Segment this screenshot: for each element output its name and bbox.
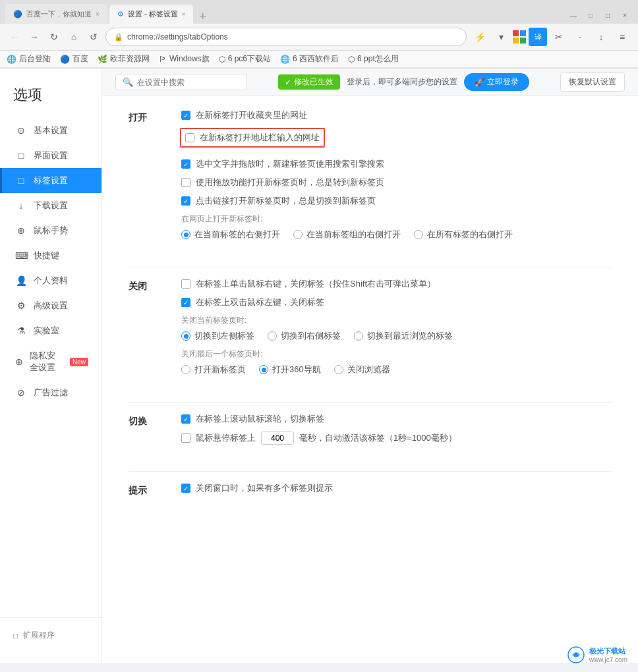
open-opt2-checkbox[interactable] [185, 133, 194, 142]
search-input[interactable] [137, 78, 236, 87]
close-last-radio3[interactable]: 关闭浏览器 [334, 364, 390, 376]
separator: · [571, 28, 589, 46]
bookmark-windows[interactable]: 🏳 Windows旗 [159, 53, 210, 65]
shortcut-label: 快捷键 [34, 250, 59, 262]
expand-programs[interactable]: □ 扩展程序 [13, 625, 88, 646]
bookmark-admin[interactable]: 🌐 后台登陆 [7, 53, 51, 65]
close-last-radio1-btn[interactable] [181, 365, 190, 374]
hint-section-body: ✓ 关闭窗口时，如果有多个标签则提示 [181, 482, 612, 501]
close-last-radio2[interactable]: 打开360导航 [259, 364, 321, 376]
close-last-radio-group: 打开新标签页 打开360导航 关闭浏览器 [181, 364, 612, 376]
dropdown-button[interactable]: ▾ [492, 28, 510, 46]
close-opt1-checkbox[interactable] [181, 279, 190, 289]
new-tab-radio3[interactable]: 在所有标签的右侧打开 [414, 229, 513, 240]
back-button[interactable]: ← [7, 29, 22, 45]
sidebar-item-profile[interactable]: 👤 个人资料 [0, 268, 102, 293]
bookmark-ppt-icon: ⬡ [348, 55, 355, 64]
switch-opt1-checkbox[interactable]: ✓ [181, 414, 190, 424]
tab-baidu-close[interactable]: × [96, 11, 100, 18]
hint-opt1-checkbox[interactable]: ✓ [181, 484, 190, 493]
address-input-field[interactable]: 🔒 chrome://settings/tabOptions [105, 28, 467, 46]
download-button[interactable]: ↓ [592, 28, 610, 46]
close-current-radio2[interactable]: 切换到右侧标签 [268, 330, 341, 342]
new-tab-button[interactable]: + [196, 10, 209, 24]
sidebar-item-interface[interactable]: □ 界面设置 [0, 143, 102, 168]
sidebar-item-mouse[interactable]: ⊕ 鼠标手势 [0, 218, 102, 243]
restore-button[interactable]: □ [583, 9, 598, 21]
logo-url: www.jc7.com [589, 656, 627, 663]
login-button[interactable]: 🚀 立即登录 [464, 73, 529, 91]
restore-defaults-button[interactable]: 恢复默认设置 [560, 72, 625, 92]
bookmark-ppt[interactable]: ⬡ 6 ppt怎么用 [348, 53, 399, 65]
new-tab-radio3-btn[interactable] [414, 230, 423, 239]
open-opt1-label: 在新标签打开收藏夹里的网址 [196, 109, 307, 121]
bookmark-xixi[interactable]: 🌐 6 西西软件后 [280, 53, 339, 65]
close-current-radio3-btn[interactable] [354, 331, 363, 341]
sidebar-item-adfilter[interactable]: ⊘ 广告过滤 [0, 380, 102, 405]
minimize-button[interactable]: — [566, 9, 581, 21]
open-opt5-label: 点击链接打开新标签页时，总是切换到新标签页 [196, 195, 376, 207]
switch-section-title: 切换 [129, 413, 161, 451]
basic-label: 基本设置 [34, 125, 68, 136]
close-last-radio3-btn[interactable] [334, 365, 343, 374]
scissors-button[interactable]: ✂ [550, 28, 568, 46]
search-box[interactable]: 🔍 [115, 74, 247, 90]
address-bar: ← → ↻ ⌂ ↺ 🔒 chrome://settings/tabOptions… [0, 24, 638, 51]
close-last-radio1[interactable]: 打开新标签页 [181, 364, 246, 376]
switch-opt2-checkbox[interactable] [181, 434, 190, 443]
bookmark-pc6[interactable]: ⬡ 6 pc6下载站 [219, 53, 271, 65]
logo-bottom: 极光下载站 www.jc7.com [567, 646, 627, 663]
new-tab-radio1-btn[interactable] [181, 230, 190, 239]
sidebar-item-privacy[interactable]: ⊕ 隐私安全设置 New [0, 343, 102, 380]
tab-label: 标签设置 [34, 175, 68, 186]
sidebar-item-basic[interactable]: ⊙ 基本设置 [0, 118, 102, 143]
menu-button[interactable]: ≡ [613, 28, 631, 46]
bookmark-windows-icon: 🏳 [159, 55, 167, 64]
maximize-button[interactable]: □ [600, 9, 616, 21]
open-opt4-checkbox[interactable] [181, 178, 190, 187]
close-current-radio1-btn[interactable] [181, 331, 190, 341]
app-menu-button[interactable] [513, 30, 526, 43]
new-tab-radio2[interactable]: 在当前标签组的右侧打开 [293, 229, 401, 240]
bookmark-baidu[interactable]: 🔵 百度 [60, 53, 88, 65]
sidebar-item-advanced[interactable]: ⚙ 高级设置 [0, 293, 102, 318]
close-opt1-label: 在标签上单击鼠标右键，关闭标签（按住Shift右击可弹出菜单） [196, 278, 436, 290]
profile-icon: 👤 [15, 275, 27, 286]
back-button2[interactable]: ↺ [86, 29, 102, 45]
settings-content: 打开 ✓ 在新标签打开收藏夹里的网址 在新标签打开地址栏输入的网址 ✓ [102, 96, 638, 534]
tab-settings[interactable]: ⚙ 设置 - 标签设置 × [109, 4, 194, 24]
sidebar-item-download[interactable]: ↓ 下载设置 [0, 193, 102, 218]
tab-baidu[interactable]: 🔵 百度一下，你就知道 × [5, 4, 107, 24]
open-opt1-checkbox[interactable]: ✓ [181, 111, 190, 120]
hover-delay-input[interactable] [261, 432, 294, 445]
translate-button[interactable]: 译 [529, 28, 547, 46]
close-current-radio-group: 切换到左侧标签 切换到右侧标签 切换到最近浏览的标签 [181, 330, 612, 342]
forward-button[interactable]: → [26, 29, 42, 45]
new-tab-radio1[interactable]: 在当前标签的右侧打开 [181, 229, 280, 240]
toolbar-right: ⚡ ▾ 译 ✂ · ↓ ≡ [471, 28, 631, 46]
close-section-title: 关闭 [129, 278, 161, 382]
close-opt2-checkbox[interactable]: ✓ [181, 298, 190, 307]
bookmark-oufei[interactable]: 🌿 欧菲资源网 [98, 53, 150, 65]
sidebar-item-lab[interactable]: ⚗ 实验室 [0, 318, 102, 343]
sidebar-item-tab[interactable]: □ 标签设置 [0, 168, 102, 193]
close-last-radio2-btn[interactable] [259, 365, 268, 374]
home-button[interactable]: ⌂ [66, 29, 82, 45]
sidebar-item-shortcut[interactable]: ⌨ 快捷键 [0, 243, 102, 268]
refresh-button[interactable]: ↻ [46, 29, 62, 45]
close-current-radio1[interactable]: 切换到左侧标签 [181, 330, 254, 342]
close-current-radio3[interactable]: 切换到最近浏览的标签 [354, 330, 453, 342]
lightning-button[interactable]: ⚡ [471, 28, 489, 46]
close-current-radio3-label: 切换到最近浏览的标签 [367, 330, 453, 342]
open-opt5-checkbox[interactable]: ✓ [181, 196, 190, 206]
close-current-label: 关闭当前标签页时: [181, 315, 612, 326]
close-button[interactable]: × [617, 9, 633, 21]
close-current-radio2-btn[interactable] [268, 331, 277, 341]
open-opt2-label: 在新标签打开地址栏输入的网址 [200, 132, 320, 144]
browser-chrome: 🔵 百度一下，你就知道 × ⚙ 设置 - 标签设置 × + — □ □ × ← … [0, 0, 638, 69]
open-opt2-row: 在新标签打开地址栏输入的网址 [180, 128, 325, 148]
logo-icon [567, 646, 585, 663]
new-tab-radio2-btn[interactable] [293, 230, 303, 239]
open-opt3-checkbox[interactable]: ✓ [181, 159, 190, 169]
tab-settings-close[interactable]: × [182, 11, 186, 18]
